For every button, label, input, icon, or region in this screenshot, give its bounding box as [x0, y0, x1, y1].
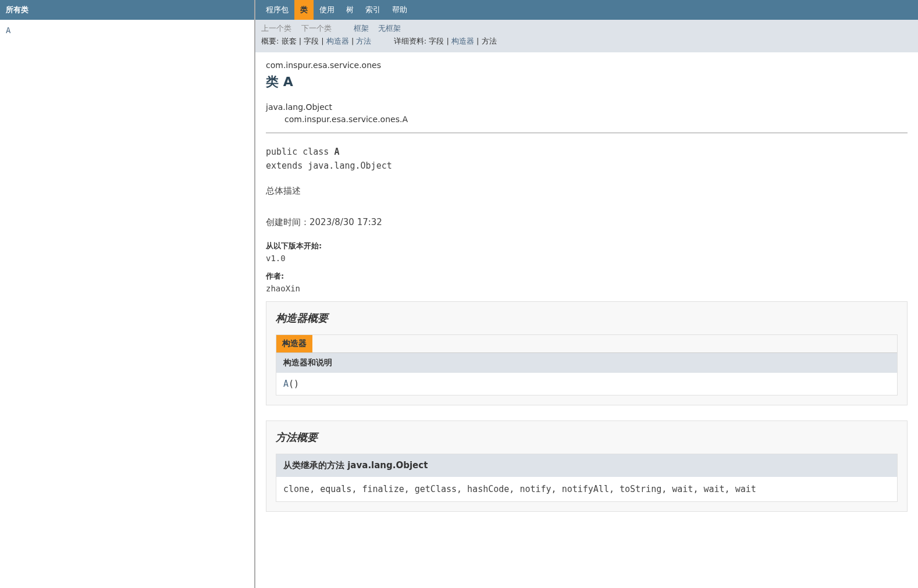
- right-frame: 程序包 类 使用 树 索引 帮助 上一个类 下一个类 框架 无框架 概要: 嵌套…: [255, 0, 918, 588]
- nav-package[interactable]: 程序包: [260, 0, 294, 20]
- decl-name: A: [334, 147, 339, 157]
- inheritance-tree: java.lang.Object com.inspur.esa.service.…: [266, 101, 908, 126]
- detail-field: 字段: [429, 37, 444, 45]
- decl-prefix: public class: [266, 147, 334, 157]
- declaration-line-1: public class A: [266, 145, 908, 159]
- left-content: A: [0, 20, 254, 41]
- created-time: 创建时间：2023/8/30 17:32: [266, 215, 908, 230]
- class-link-a[interactable]: A: [6, 26, 10, 35]
- constructor-caption: 构造器: [276, 335, 312, 352]
- next-class: 下一个类: [301, 24, 332, 33]
- declaration-line-2: extends java.lang.Object: [266, 159, 908, 173]
- created-value: 2023/8/30 17:32: [309, 217, 382, 227]
- sub-nav-row-2: 概要: 嵌套 | 字段 | 构造器 | 方法 详细资料: 字段 | 构造器 | …: [261, 36, 912, 47]
- inheritance-self: com.inspur.esa.service.ones.A: [266, 113, 908, 126]
- constructor-summary-section: 构造器概要 构造器 构造器和说明 A(): [266, 301, 908, 405]
- sub-nav-row-1: 上一个类 下一个类 框架 无框架: [261, 23, 912, 34]
- inheritance-parent: java.lang.Object: [266, 101, 908, 113]
- summary-label: 概要:: [261, 37, 282, 45]
- prev-class: 上一个类: [261, 24, 291, 33]
- nav-list: 程序包 类 使用 树 索引 帮助: [255, 0, 918, 20]
- sub-nav: 上一个类 下一个类 框架 无框架 概要: 嵌套 | 字段 | 构造器 | 方法 …: [255, 20, 918, 52]
- class-declaration: public class A extends java.lang.Object: [266, 145, 908, 173]
- inherited-methods: clone, equals, finalize, getClass, hashC…: [276, 477, 897, 501]
- constructor-parens: (): [289, 379, 299, 389]
- nav-class[interactable]: 类: [294, 0, 314, 20]
- left-frame: 所有类 A: [0, 0, 255, 588]
- class-title: 类 A: [266, 73, 908, 91]
- description-block: 总体描述 创建时间：2023/8/30 17:32: [266, 183, 908, 230]
- constructor-table: 构造器 构造器和说明 A(): [276, 334, 898, 395]
- constructor-row: A(): [276, 373, 897, 395]
- since-label: 从以下版本开始:: [266, 241, 908, 251]
- package-name: com.inspur.esa.service.ones: [266, 60, 908, 70]
- class-prefix: 类: [266, 74, 283, 89]
- inherited-header: 从类继承的方法 java.lang.Object: [276, 454, 897, 477]
- nav-index[interactable]: 索引: [360, 0, 386, 20]
- inherited-table: 从类继承的方法 java.lang.Object clone, equals, …: [276, 454, 898, 502]
- frames-link[interactable]: 框架: [354, 24, 369, 33]
- detail-method: 方法: [482, 37, 497, 45]
- all-classes-header: 所有类: [0, 0, 254, 20]
- created-label: 创建时间：: [266, 217, 309, 227]
- summary-method[interactable]: 方法: [356, 37, 371, 45]
- nav-help[interactable]: 帮助: [386, 0, 413, 20]
- constructor-column-header: 构造器和说明: [276, 352, 897, 373]
- summary-nested: 嵌套: [282, 37, 297, 45]
- method-summary-section: 方法概要 从类继承的方法 java.lang.Object clone, equ…: [266, 420, 908, 512]
- nav-use[interactable]: 使用: [314, 0, 340, 20]
- summary-constructor[interactable]: 构造器: [326, 37, 349, 45]
- author-label: 作者:: [266, 271, 908, 281]
- detail-constructor[interactable]: 构造器: [451, 37, 474, 45]
- no-frames-link[interactable]: 无框架: [378, 24, 401, 33]
- constructor-link[interactable]: A: [283, 379, 289, 389]
- since-value: v1.0: [266, 254, 908, 263]
- detail-label: 详细资料:: [394, 37, 429, 45]
- content: com.inspur.esa.service.ones 类 A java.lan…: [255, 52, 918, 535]
- constructor-section-title: 构造器概要: [276, 311, 898, 325]
- author-value: zhaoXin: [266, 284, 908, 293]
- class-name: A: [283, 74, 293, 89]
- method-section-title: 方法概要: [276, 430, 898, 444]
- top-nav: 程序包 类 使用 树 索引 帮助: [255, 0, 918, 20]
- nav-tree[interactable]: 树: [340, 0, 360, 20]
- summary-field: 字段: [304, 37, 319, 45]
- separator: [266, 133, 908, 133]
- overall-desc: 总体描述: [266, 183, 908, 199]
